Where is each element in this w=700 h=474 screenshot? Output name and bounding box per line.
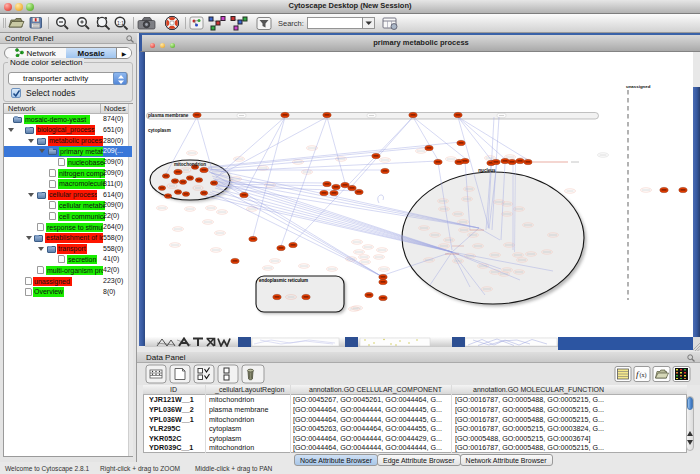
svg-text:(x): (x)	[640, 372, 647, 379]
svg-text:mitochondrion: mitochondrion	[174, 162, 206, 167]
svg-text:nucleus: nucleus	[478, 168, 496, 173]
svg-text:Search:: Search:	[278, 19, 304, 28]
svg-text:unassigned: unassigned	[626, 84, 651, 89]
svg-text:1:1: 1:1	[117, 20, 124, 26]
svg-text:endoplasmic reticulum: endoplasmic reticulum	[259, 278, 308, 283]
svg-text:cytoplasm: cytoplasm	[148, 128, 171, 133]
svg-text:plasma membrane: plasma membrane	[148, 113, 189, 118]
